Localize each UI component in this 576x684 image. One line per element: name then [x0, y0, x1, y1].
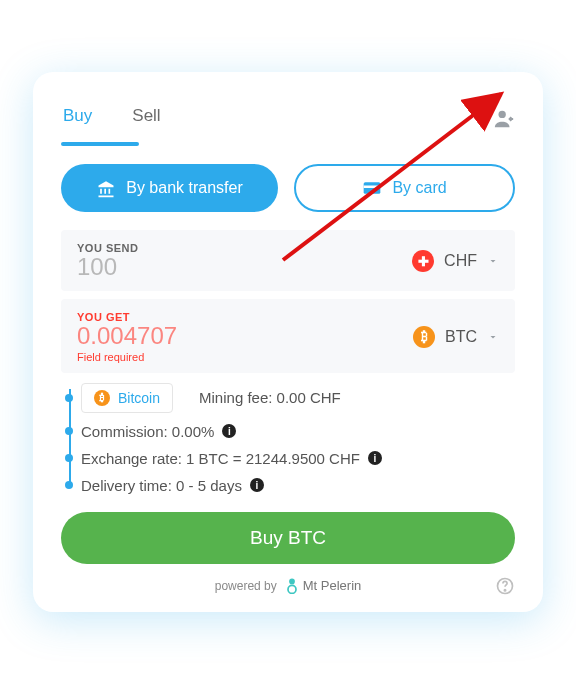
rate-text: Exchange rate: 1 BTC = 21244.9500 CHF: [81, 450, 360, 467]
send-value[interactable]: 100: [77, 254, 138, 280]
buy-button[interactable]: Buy BTC: [61, 512, 515, 564]
svg-rect-2: [364, 186, 381, 189]
chevron-down-icon: [487, 331, 499, 343]
btc-icon: ₿: [413, 326, 435, 348]
details: ₿ Bitcoin Mining fee: 0.00 CHF Commissio…: [67, 383, 515, 494]
bank-icon: [96, 178, 116, 198]
send-field[interactable]: YOU SEND 100 ✚ CHF: [61, 230, 515, 290]
send-currency-select[interactable]: ✚ CHF: [410, 244, 501, 278]
payment-methods: By bank transfer By card: [61, 164, 515, 212]
network-chip[interactable]: ₿ Bitcoin: [81, 383, 173, 413]
brand-text: Mt Pelerin: [303, 578, 362, 593]
get-field[interactable]: YOU GET 0.004707 Field required ₿ BTC: [61, 299, 515, 373]
tab-sell[interactable]: Sell: [130, 100, 162, 138]
info-icon[interactable]: i: [250, 478, 264, 492]
get-currency-label: BTC: [445, 328, 477, 346]
card-icon: [362, 178, 382, 198]
pay-bank-button[interactable]: By bank transfer: [61, 164, 278, 212]
btc-mini-icon: ₿: [94, 390, 110, 406]
svg-point-6: [504, 589, 505, 590]
rate-row: Exchange rate: 1 BTC = 21244.9500 CHF i: [81, 450, 515, 467]
pay-bank-label: By bank transfer: [126, 179, 243, 197]
commission-row: Commission: 0.00% i: [81, 423, 515, 440]
chevron-down-icon: [487, 255, 499, 267]
delivery-row: Delivery time: 0 - 5 days i: [81, 477, 515, 494]
get-value[interactable]: 0.004707: [77, 323, 177, 349]
widget-card: Buy Sell By bank transfer By card YOU SE…: [33, 72, 543, 612]
svg-point-4: [288, 585, 296, 593]
info-icon[interactable]: i: [222, 424, 236, 438]
login-icon[interactable]: [493, 108, 515, 130]
mining-fee: Mining fee: 0.00 CHF: [199, 389, 341, 406]
get-currency-select[interactable]: ₿ BTC: [411, 320, 501, 354]
info-icon[interactable]: i: [368, 451, 382, 465]
delivery-text: Delivery time: 0 - 5 days: [81, 477, 242, 494]
get-error: Field required: [77, 351, 177, 363]
network-row: ₿ Bitcoin Mining fee: 0.00 CHF: [81, 383, 515, 413]
top-bar: Buy Sell: [61, 100, 515, 138]
pay-card-button[interactable]: By card: [294, 164, 515, 212]
mtpelerin-logo: Mt Pelerin: [285, 578, 362, 594]
logo-icon: [285, 578, 299, 594]
help-icon[interactable]: [495, 576, 515, 596]
powered-by-label: powered by: [215, 579, 277, 593]
send-currency-label: CHF: [444, 252, 477, 270]
commission-text: Commission: 0.00%: [81, 423, 214, 440]
network-name: Bitcoin: [118, 390, 160, 406]
svg-point-0: [499, 111, 506, 118]
tabs: Buy Sell: [61, 100, 163, 138]
tab-buy[interactable]: Buy: [61, 100, 94, 138]
chf-icon: ✚: [412, 250, 434, 272]
svg-point-3: [289, 578, 295, 584]
pay-card-label: By card: [392, 179, 446, 197]
tab-underline: [61, 142, 139, 146]
get-label: YOU GET: [77, 311, 177, 323]
footer: powered by Mt Pelerin: [61, 578, 515, 594]
